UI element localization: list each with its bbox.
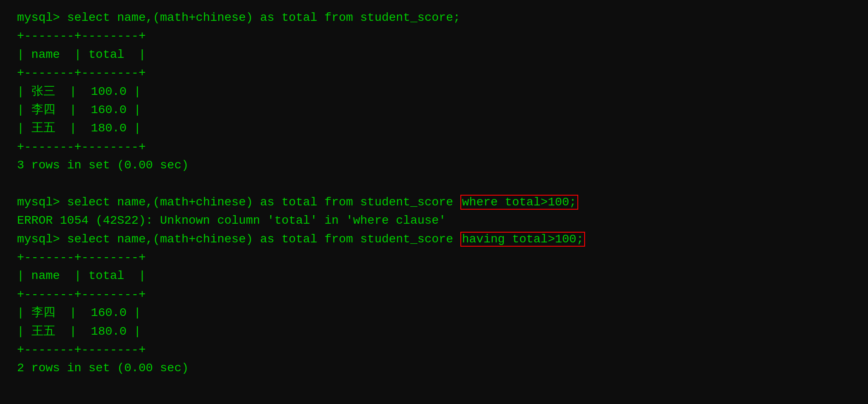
prompt-2: mysql>: [17, 196, 67, 209]
blank-line-1: [17, 175, 851, 193]
table-border-mid-1: +-------+--------+: [17, 64, 851, 82]
table-row-2-2: | 王五 | 180.0 |: [17, 322, 851, 341]
table-border-top-1: +-------+--------+: [17, 27, 851, 45]
query-line-1: mysql> select name,(math+chinese) as tot…: [17, 9, 851, 27]
table-row-2-1: | 李四 | 160.0 |: [17, 304, 851, 322]
rowcount-1: 3 rows in set (0.00 sec): [17, 156, 851, 174]
table-header-2: | name | total |: [17, 267, 851, 285]
table-border-mid-2: +-------+--------+: [17, 285, 851, 304]
table-row-1-3: | 王五 | 180.0 |: [17, 119, 851, 137]
table-row-1-2: | 李四 | 160.0 |: [17, 101, 851, 119]
where-highlight: where total>100;: [460, 195, 578, 210]
command-1: select name,(math+chinese) as total from…: [67, 11, 460, 24]
command-3-prefix: select name,(math+chinese) as total from…: [67, 233, 460, 246]
terminal: mysql> select name,(math+chinese) as tot…: [17, 9, 851, 378]
table-header-1: | name | total |: [17, 46, 851, 64]
command-2-prefix: select name,(math+chinese) as total from…: [67, 196, 460, 209]
table-border-bot-2: +-------+--------+: [17, 341, 851, 359]
having-highlight: having total>100;: [460, 232, 585, 247]
prompt-3: mysql>: [17, 233, 67, 246]
prompt-1: mysql>: [17, 11, 67, 24]
table-border-top-2: +-------+--------+: [17, 248, 851, 267]
error-line: ERROR 1054 (42S22): Unknown column 'tota…: [17, 211, 851, 230]
query-line-3: mysql> select name,(math+chinese) as tot…: [17, 230, 851, 248]
query-line-2: mysql> select name,(math+chinese) as tot…: [17, 193, 851, 211]
table-row-1-1: | 张三 | 100.0 |: [17, 83, 851, 101]
rowcount-2: 2 rows in set (0.00 sec): [17, 359, 851, 377]
table-border-bot-1: +-------+--------+: [17, 138, 851, 156]
